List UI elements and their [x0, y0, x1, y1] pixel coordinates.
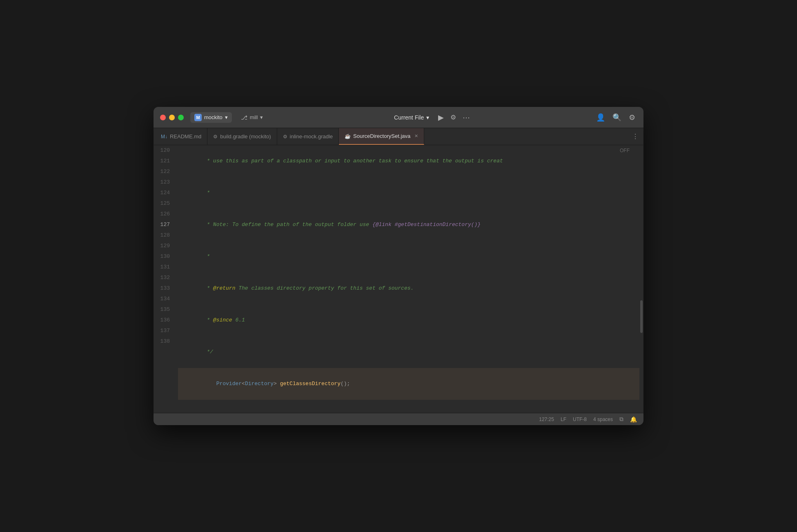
indent[interactable]: 4 spaces: [593, 417, 613, 422]
app-window: M mockito ▾ ⎇ mill ▾ Current File ▾ ▶ ⚙ …: [154, 107, 643, 425]
code-line-120: * use this as part of a classpath or inp…: [178, 145, 639, 177]
project-icon: M: [194, 114, 202, 121]
tab-icon-source: ☕: [345, 133, 351, 139]
tab-readme[interactable]: M↓ README.md: [155, 128, 207, 145]
code-line-121: *: [178, 177, 639, 209]
code-line-129: /**: [178, 410, 639, 413]
tab-build-gradle[interactable]: ⚙ build.gradle (mockito): [207, 128, 277, 145]
line-numbers: 120 121 122 123 124 125 126 127 128 129 …: [154, 145, 175, 413]
code-line-122: * Note: To define the path of the output…: [178, 209, 639, 241]
search-icon: 🔍: [612, 113, 621, 122]
notifications[interactable]: 🔔: [630, 416, 637, 423]
debug-icon: ⚙: [450, 113, 456, 121]
indent-value: 4 spaces: [593, 417, 613, 422]
encoding-value: UTF-8: [573, 417, 587, 422]
code-area[interactable]: OFF * use this as part of a classpath or…: [175, 145, 639, 413]
line-ending[interactable]: LF: [561, 417, 566, 422]
branch-git-icon: ⎇: [241, 114, 247, 121]
current-file-selector[interactable]: Current File ▾: [390, 113, 433, 122]
branch-dropdown-icon: ▾: [260, 114, 263, 120]
scrollbar-thumb[interactable]: [640, 300, 643, 333]
tab-more-button[interactable]: ⋮: [627, 128, 643, 145]
code-line-126: */: [178, 336, 639, 368]
tab-label-source: SourceDirectorySet.java: [353, 133, 410, 139]
collab-icon: 👤: [596, 113, 605, 122]
copy-status[interactable]: ⧉: [619, 416, 623, 423]
tab-label-readme: README.md: [170, 133, 201, 140]
current-file-label: Current File: [394, 114, 424, 121]
branch-selector[interactable]: ⎇ mill ▾: [237, 113, 267, 122]
run-icon: ▶: [438, 113, 444, 122]
code-line-123: *: [178, 241, 639, 273]
code-line-128: [178, 400, 639, 410]
project-selector[interactable]: M mockito ▾: [190, 112, 232, 123]
settings-icon: ⚙: [629, 113, 635, 122]
titlebar: M mockito ▾ ⎇ mill ▾ Current File ▾ ▶ ⚙ …: [154, 107, 643, 128]
debug-button[interactable]: ⚙: [449, 112, 458, 123]
collab-button[interactable]: 👤: [594, 111, 607, 124]
tabbar: M↓ README.md ⚙ build.gradle (mockito) ⚙ …: [154, 128, 643, 145]
scrollbar[interactable]: [639, 145, 643, 413]
statusbar: 127:25 LF UTF-8 4 spaces ⧉ 🔔: [154, 413, 643, 425]
line-ending-value: LF: [561, 417, 566, 422]
editor: 120 121 122 123 124 125 126 127 128 129 …: [154, 145, 643, 413]
bell-icon: 🔔: [630, 416, 637, 423]
more-options-button[interactable]: ⋯: [461, 111, 472, 124]
off-label: OFF: [620, 145, 630, 156]
tab-close-source[interactable]: ✕: [414, 133, 418, 139]
code-line-124: * @return The classes directory property…: [178, 273, 639, 304]
tab-icon-readme: M↓: [161, 134, 167, 140]
encoding[interactable]: UTF-8: [573, 417, 587, 422]
tab-icon-build: ⚙: [213, 134, 218, 140]
traffic-lights: [160, 115, 184, 120]
maximize-button[interactable]: [178, 115, 184, 120]
branch-name: mill: [250, 114, 258, 120]
minimize-button[interactable]: [169, 115, 175, 120]
more-icon: ⋯: [463, 113, 470, 122]
copy-icon: ⧉: [619, 416, 623, 423]
code-line-125: * @since 6.1: [178, 304, 639, 336]
tab-icon-inline: ⚙: [283, 134, 287, 140]
titlebar-right: 👤 🔍 ⚙: [594, 111, 637, 124]
cursor-position-value: 127:25: [539, 417, 554, 422]
cursor-position: 127:25: [539, 417, 554, 422]
tab-label-inline: inline-mock.gradle: [290, 133, 333, 140]
tab-label-build: build.gradle (mockito): [220, 133, 271, 140]
tab-source-directory[interactable]: ☕ SourceDirectorySet.java ✕: [339, 128, 424, 145]
settings-button[interactable]: ⚙: [627, 111, 637, 124]
close-button[interactable]: [160, 115, 166, 120]
title-center: Current File ▾ ▶ ⚙ ⋯: [272, 111, 590, 124]
project-dropdown-icon: ▾: [225, 114, 228, 120]
search-button[interactable]: 🔍: [611, 111, 623, 124]
project-name: mockito: [204, 114, 223, 120]
run-button[interactable]: ▶: [436, 111, 445, 124]
tab-inline-mock[interactable]: ⚙ inline-mock.gradle: [277, 128, 339, 145]
current-file-dropdown-icon: ▾: [426, 114, 429, 121]
code-line-127: Provider<Directory> getClassesDirectory(…: [178, 368, 639, 400]
